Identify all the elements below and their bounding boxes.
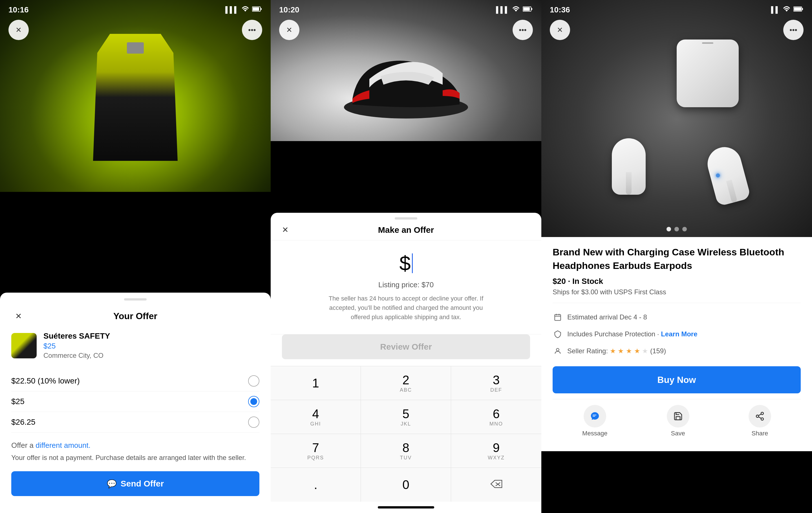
calendar-icon	[553, 312, 563, 322]
svg-rect-10	[802, 8, 803, 10]
different-amount-link[interactable]: different amount.	[35, 441, 90, 450]
action-share[interactable]: Share	[749, 405, 771, 437]
airpod-right	[704, 143, 751, 207]
numpad-key-backspace[interactable]	[451, 468, 541, 502]
product-price-label: $25	[44, 342, 110, 350]
price-input-area: $ Listing price: $70 The seller has 24 h…	[271, 240, 541, 334]
status-icons-1: ▌▌▌	[225, 6, 262, 14]
product-detail-3: Brand New with Charging Case Wireless Bl…	[541, 237, 812, 451]
numpad-key-dot[interactable]: .	[271, 468, 361, 502]
battery-icon-2	[523, 6, 533, 14]
numpad: 1 2 ABC 3 DEF 4 GHI 5 JKL 6 MNO	[271, 366, 541, 502]
rating-count: (159)	[650, 347, 666, 355]
numpad-key-8[interactable]: 8 TUV	[361, 434, 451, 468]
offer-info-text: The seller has 24 hours to accept or dec…	[321, 294, 491, 322]
listing-price: Listing price: $70	[282, 280, 530, 289]
phone-2: 10:20 ▌▌▌ ✕ ••• ✕ Make an Offer $	[271, 0, 541, 513]
jacket-shape	[93, 34, 178, 161]
send-offer-button[interactable]: 💬 Send Offer	[11, 471, 259, 496]
airpods-case	[677, 39, 739, 107]
close-icon-2: ✕	[286, 26, 292, 34]
page-dot-1	[667, 227, 671, 232]
close-button-2[interactable]: ✕	[279, 20, 299, 40]
more-button-3[interactable]: •••	[783, 20, 804, 40]
modal-close-button[interactable]: ✕	[282, 225, 288, 235]
radio-btn-1[interactable]	[248, 375, 259, 386]
stock-status-3: In Stock	[572, 277, 603, 286]
message-label: Message	[582, 430, 607, 437]
save-icon-circle	[667, 405, 689, 428]
airpods-container	[606, 34, 747, 203]
info-rows-3: Estimated arrival Dec 4 - 8 Includes Pur…	[553, 303, 801, 359]
offer-option-1[interactable]: $22.50 (10% lower)	[11, 371, 259, 392]
svg-rect-12	[555, 315, 561, 321]
dollar-input: $	[282, 252, 530, 275]
numpad-key-0[interactable]: 0	[361, 468, 451, 502]
close-icon-1: ✕	[16, 26, 22, 34]
more-icon-2: •••	[519, 26, 526, 34]
modal-title: Make an Offer	[378, 225, 434, 235]
star-3: ★	[626, 347, 632, 355]
sheet-close-button[interactable]: ✕	[11, 309, 25, 323]
separator-3: ·	[568, 277, 573, 286]
svg-point-18	[756, 415, 759, 417]
product-title-3: Brand New with Charging Case Wireless Bl…	[553, 245, 801, 272]
shipping-row-3: Ships for $3.00 with USPS First Class	[553, 288, 801, 296]
price-row-3: $20 · In Stock	[553, 277, 801, 286]
protection-text-3: Includes Purchase Protection · Learn Mor…	[567, 330, 698, 338]
signal-icon-2: ▌▌▌	[496, 6, 509, 14]
send-offer-label: Send Offer	[121, 479, 164, 488]
product-image-1	[0, 0, 271, 192]
status-icons-3: ▌▌	[771, 6, 804, 14]
offer-option-2-label: $25	[11, 397, 25, 406]
numpad-key-9[interactable]: 9 WXYZ	[451, 434, 541, 468]
numpad-key-5[interactable]: 5 JKL	[361, 400, 451, 434]
make-offer-modal: ✕ Make an Offer $ Listing price: $70 The…	[271, 213, 541, 513]
more-icon-3: •••	[789, 26, 797, 34]
star-4: ★	[634, 347, 640, 355]
offer-disclaimer: Your offer is not a payment. Purchase de…	[11, 453, 259, 463]
modal-handle	[395, 217, 417, 219]
numpad-key-4[interactable]: 4 GHI	[271, 400, 361, 434]
learn-more-link[interactable]: Learn More	[661, 330, 697, 338]
save-label: Save	[671, 430, 685, 437]
svg-point-16	[556, 349, 559, 351]
numpad-key-2[interactable]: 2 ABC	[361, 366, 451, 400]
numpad-key-6[interactable]: 6 MNO	[451, 400, 541, 434]
radio-btn-3[interactable]	[248, 416, 259, 428]
page-dot-2	[674, 227, 679, 232]
radio-btn-2[interactable]	[248, 396, 259, 407]
buy-now-button[interactable]: Buy Now	[553, 366, 801, 394]
close-icon-sheet: ✕	[15, 312, 22, 321]
numpad-key-1[interactable]: 1	[271, 366, 361, 400]
status-bar-3: 10:36 ▌▌	[541, 0, 812, 17]
sheet-handle	[124, 298, 147, 300]
dollar-sign: $	[399, 252, 410, 275]
more-button-1[interactable]: •••	[242, 20, 262, 40]
product-name: Suéteres SAFETY	[44, 331, 110, 341]
star-5: ★	[642, 347, 648, 355]
product-thumbnail	[11, 333, 37, 358]
close-button-1[interactable]: ✕	[8, 20, 29, 40]
offer-option-2[interactable]: $25	[11, 392, 259, 412]
different-amount-text: Offer a different amount.	[11, 441, 259, 450]
share-label: Share	[752, 430, 768, 437]
battery-icon-1	[252, 6, 262, 14]
share-icon-circle	[749, 405, 771, 428]
close-button-3[interactable]: ✕	[550, 20, 570, 40]
review-offer-button[interactable]: Review Offer	[282, 334, 530, 359]
more-icon-1: •••	[248, 26, 256, 34]
person-icon-3	[553, 346, 563, 356]
numpad-key-7[interactable]: 7 PQRS	[271, 434, 361, 468]
seller-rating-text: Seller Rating: ★ ★ ★ ★ ★ (159)	[567, 347, 666, 355]
offer-option-3[interactable]: $26.25	[11, 412, 259, 433]
more-button-2[interactable]: •••	[513, 20, 533, 40]
close-icon-3: ✕	[557, 26, 563, 34]
action-save[interactable]: Save	[667, 405, 689, 437]
wifi-icon-2	[512, 6, 520, 14]
battery-icon-3	[793, 6, 804, 14]
svg-rect-2	[253, 7, 259, 11]
numpad-key-3[interactable]: 3 DEF	[451, 366, 541, 400]
action-message[interactable]: Message	[582, 405, 607, 437]
status-bar-2: 10:20 ▌▌▌	[271, 0, 541, 17]
